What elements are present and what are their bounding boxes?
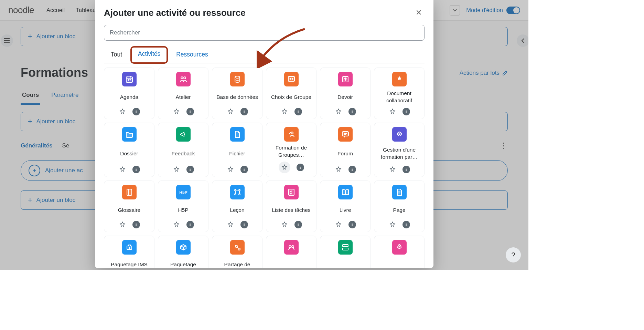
info-icon[interactable]: i <box>402 166 410 173</box>
info-icon[interactable]: i <box>402 221 410 228</box>
activity-card[interactable]: Glossairei <box>104 181 154 232</box>
activity-card[interactable]: Fichieri <box>212 123 262 177</box>
modal-title: Ajouter une activité ou ressource <box>104 8 246 18</box>
question-icon: ? <box>511 251 515 259</box>
star-icon[interactable] <box>227 108 234 115</box>
info-icon[interactable]: i <box>132 108 140 115</box>
activity-label: Gestion d'une formation par… <box>377 144 421 163</box>
star-icon[interactable] <box>335 108 342 115</box>
info-icon[interactable]: i <box>297 164 304 171</box>
star-icon[interactable] <box>227 166 234 173</box>
activity-label: Devoir <box>337 89 353 105</box>
star-icon[interactable] <box>281 108 288 115</box>
activity-card[interactable]: Pagei <box>374 181 425 232</box>
activity-card[interactable]: Partage de <box>212 236 262 268</box>
activity-card[interactable] <box>320 236 371 268</box>
info-icon[interactable]: i <box>294 221 302 228</box>
card-actions: i <box>389 221 410 228</box>
svg-text:17: 17 <box>127 79 131 82</box>
star-icon[interactable] <box>173 221 180 228</box>
star-icon[interactable] <box>281 221 288 228</box>
info-icon[interactable]: i <box>240 166 248 173</box>
card-actions: i <box>173 108 194 115</box>
activity-card[interactable]: Base de donnéesi <box>212 68 262 119</box>
activity-label: Atelier <box>176 89 191 105</box>
close-icon: ✕ <box>416 8 422 17</box>
star-icon[interactable] <box>119 221 126 228</box>
activity-card[interactable]: Atelieri <box>158 68 208 119</box>
groupchoice-icon <box>284 72 299 86</box>
activity-card[interactable]: Forumi <box>320 123 371 177</box>
svg-point-17 <box>239 189 240 191</box>
card-actions: i <box>335 166 356 173</box>
activity-card[interactable] <box>374 236 425 268</box>
star-icon[interactable] <box>173 108 180 115</box>
svg-point-5 <box>181 77 183 79</box>
star-icon[interactable] <box>335 221 342 228</box>
activity-grid-peek: Paquetage IMSPaquetagePartage de <box>104 236 425 268</box>
tab-resources[interactable]: Ressources <box>169 47 215 63</box>
info-icon[interactable]: i <box>186 108 194 115</box>
activity-card[interactable]: Document collaboratifi <box>374 68 425 119</box>
info-icon[interactable]: i <box>240 108 248 115</box>
activity-label: Document collaboratif <box>377 89 421 105</box>
info-icon[interactable]: i <box>132 221 140 228</box>
butterfly-icon <box>392 127 407 142</box>
star-icon[interactable] <box>389 108 396 115</box>
activity-chooser-modal: Ajouter une activité ou ressource ✕ Tout… <box>95 0 433 268</box>
activity-card[interactable]: Formation de Groupes…i <box>266 123 316 177</box>
svg-point-12 <box>291 132 293 134</box>
info-icon[interactable]: i <box>402 108 410 115</box>
help-button[interactable]: ? <box>506 247 521 262</box>
card-actions: i <box>227 166 248 173</box>
star-icon[interactable] <box>335 166 342 173</box>
activity-card[interactable]: 17Agendai <box>104 68 154 119</box>
activity-card[interactable] <box>266 236 316 268</box>
activity-card[interactable]: Dossieri <box>104 123 154 177</box>
activity-card[interactable]: Feedbacki <box>158 123 208 177</box>
info-icon[interactable]: i <box>348 221 356 228</box>
star-icon[interactable] <box>389 221 396 228</box>
star-icon[interactable] <box>119 108 126 115</box>
svg-rect-27 <box>343 248 348 250</box>
activity-grid: 17AgendaiAtelieriBase de donnéesiChoix d… <box>104 68 425 232</box>
star-icon[interactable] <box>119 166 126 173</box>
close-button[interactable]: ✕ <box>413 7 425 19</box>
star-icon[interactable] <box>227 221 234 228</box>
svg-text:H5P: H5P <box>179 190 187 195</box>
activity-card[interactable]: Paquetage <box>158 236 208 268</box>
activity-card[interactable]: Gestion d'une formation par…i <box>374 123 425 177</box>
card-actions: i <box>227 108 248 115</box>
svg-point-9 <box>289 78 291 80</box>
activity-card[interactable]: Livrei <box>320 181 371 232</box>
activity-card[interactable]: Liste des tâchesi <box>266 181 316 232</box>
info-icon[interactable]: i <box>240 221 248 228</box>
search-input[interactable] <box>104 25 425 41</box>
activity-card[interactable]: Leçoni <box>212 181 262 232</box>
info-icon[interactable]: i <box>186 166 194 173</box>
team-icon <box>284 240 299 255</box>
star-icon[interactable] <box>389 166 396 173</box>
activity-card[interactable]: Paquetage IMS <box>104 236 154 268</box>
page-icon <box>392 185 407 199</box>
tab-activities[interactable]: Activités <box>138 50 160 58</box>
collab-icon <box>392 72 407 86</box>
star-icon[interactable] <box>173 166 180 173</box>
activity-card[interactable]: Choix de Groupei <box>266 68 316 119</box>
h5p-icon: H5P <box>176 185 191 199</box>
activity-label: Glossaire <box>118 202 140 218</box>
activity-label: Forum <box>337 144 353 163</box>
svg-point-18 <box>235 194 236 195</box>
info-icon[interactable]: i <box>348 108 356 115</box>
rocket-icon <box>392 240 407 255</box>
info-icon[interactable]: i <box>186 221 194 228</box>
share-icon <box>230 240 245 255</box>
info-icon[interactable]: i <box>348 166 356 173</box>
activity-card[interactable]: Devoiri <box>320 68 371 119</box>
tab-all[interactable]: Tout <box>104 47 129 63</box>
info-icon[interactable]: i <box>132 166 140 173</box>
star-icon[interactable] <box>279 162 290 173</box>
info-icon[interactable]: i <box>294 108 302 115</box>
activity-card[interactable]: H5PH5Pi <box>158 181 208 232</box>
svg-point-25 <box>292 246 294 248</box>
